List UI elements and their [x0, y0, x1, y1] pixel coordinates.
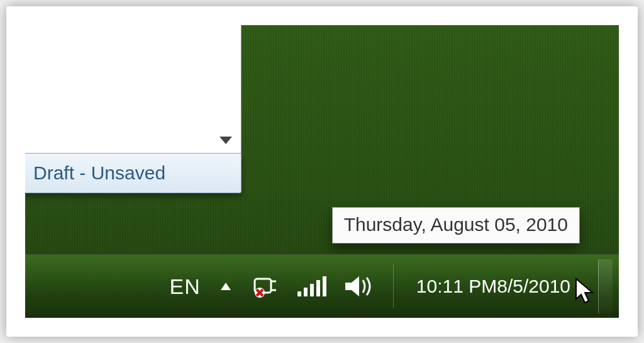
clock-time: 10:11 PM: [416, 276, 497, 298]
dropdown-caret-icon[interactable]: [219, 137, 232, 144]
svg-rect-8: [304, 288, 308, 296]
clock-date: 8/5/2010: [497, 276, 570, 298]
svg-marker-0: [221, 283, 231, 290]
taskbar-clock[interactable]: 10:11 PM 8/5/2010: [416, 276, 570, 298]
taskbar[interactable]: EN: [25, 254, 619, 318]
clock-tooltip: Thursday, August 05, 2010: [332, 207, 580, 244]
show-desktop-button[interactable]: [598, 259, 613, 313]
tray-separator: [393, 264, 394, 308]
speaker-icon[interactable]: [344, 273, 375, 300]
show-hidden-icons-button[interactable]: [218, 279, 233, 294]
app-status-bar: Draft - Unsaved: [25, 153, 242, 193]
wifi-signal-icon[interactable]: [296, 274, 326, 299]
desktop-wallpaper: Draft - Unsaved Thursday, August 05, 201…: [25, 25, 619, 318]
app-client-area: [25, 25, 242, 153]
svg-rect-10: [316, 280, 320, 296]
language-indicator[interactable]: EN: [170, 274, 201, 299]
system-tray: EN: [170, 255, 619, 318]
svg-rect-9: [310, 284, 314, 296]
svg-rect-11: [323, 276, 326, 296]
power-plug-error-icon[interactable]: [251, 273, 279, 300]
svg-rect-7: [297, 291, 301, 296]
app-window: Draft - Unsaved: [25, 25, 242, 193]
svg-marker-12: [345, 276, 359, 296]
screenshot-frame: Draft - Unsaved Thursday, August 05, 201…: [6, 6, 638, 337]
